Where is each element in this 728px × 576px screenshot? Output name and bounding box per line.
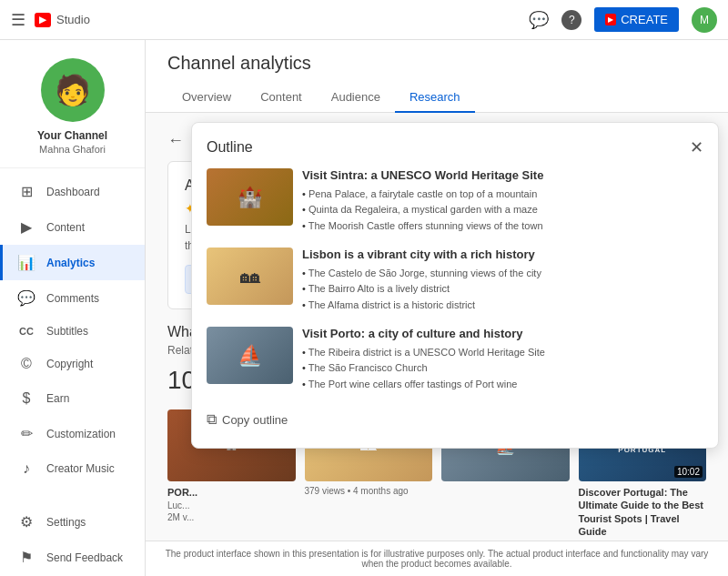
tab-overview[interactable]: Overview <box>167 83 246 113</box>
sidebar-item-settings-label: Settings <box>46 516 86 529</box>
hamburger-icon[interactable]: ☰ <box>11 10 25 30</box>
footer: The product interface shown in this pres… <box>146 541 728 576</box>
copyright-icon: © <box>17 356 35 372</box>
create-button[interactable]: ▶ CREATE <box>594 7 679 32</box>
page-title: Channel analytics <box>167 53 706 74</box>
sidebar-item-copyright[interactable]: © Copyright <box>0 347 145 381</box>
outline-bullet: The Alfama district is a historic distri… <box>302 298 703 312</box>
comment-icon[interactable]: 💬 <box>529 10 549 30</box>
sidebar-item-analytics-label: Analytics <box>46 257 95 269</box>
outline-bullets-3: The Ribeira district is a UNESCO World H… <box>302 346 703 391</box>
sidebar-item-earn-label: Earn <box>46 392 69 405</box>
video-meta-4: 390 views • 3 months ago <box>579 540 707 541</box>
outline-title: Outline <box>207 139 253 156</box>
outline-bullet: Quinta da Regaleira, a mystical garden w… <box>302 203 703 217</box>
outline-bullet: The Moorish Castle offers stunning views… <box>302 219 703 233</box>
avatar[interactable]: M <box>692 7 717 33</box>
video-title-4: Discover Portugal: The Ultimate Guide to… <box>579 486 707 538</box>
footer-text: The product interface shown in this pres… <box>166 549 709 569</box>
video-meta-1: 2M v... <box>167 512 296 522</box>
feedback-icon: ⚑ <box>17 549 35 566</box>
sidebar-item-feedback[interactable]: ⚑ Send Feedback <box>0 540 145 575</box>
main-content: Channel analytics Overview Content Audie… <box>146 40 728 576</box>
tab-audience[interactable]: Audience <box>317 83 395 113</box>
sidebar-item-subtitles[interactable]: CC Subtitles <box>0 316 145 347</box>
sidebar-item-customization[interactable]: ✏ Customization <box>0 416 145 451</box>
top-nav-right: 💬 ? ▶ CREATE M <box>529 7 717 33</box>
sidebar-item-feedback-label: Send Feedback <box>46 551 123 564</box>
outline-bullet: The Port wine cellars offer tastings of … <box>302 378 703 391</box>
sidebar-item-content-label: Content <box>46 221 85 234</box>
sidebar-item-customization-label: Customization <box>46 428 116 440</box>
outline-bullets-1: Pena Palace, a fairytale castle on top o… <box>302 187 703 233</box>
outline-thumb-1: 🏰 <box>207 168 293 226</box>
yt-studio-text: Studio <box>56 13 90 26</box>
tab-content[interactable]: Content <box>246 83 317 113</box>
app-container: ☰ ▶ Studio 💬 ? ▶ CREATE M 🧑 <box>0 0 728 576</box>
video-info-2: 379 views • 4 months ago <box>305 486 433 496</box>
avatar-initials: M <box>700 14 709 26</box>
content-area: ← A journey through Portugal's rich hist… <box>146 113 728 541</box>
sidebar-item-creator-music-label: Creator Music <box>46 462 115 475</box>
close-button[interactable]: ✕ <box>690 137 703 157</box>
content-icon: ▶ <box>17 218 35 236</box>
earn-icon: $ <box>17 390 35 407</box>
outline-section-title-3: Visit Porto: a city of culture and histo… <box>302 327 703 342</box>
sidebar-item-dashboard[interactable]: ⊞ Dashboard <box>0 174 145 209</box>
outline-bullet: The Ribeira district is a UNESCO World H… <box>302 346 703 359</box>
sidebar-item-dashboard-label: Dashboard <box>46 186 100 198</box>
video-meta-2: 379 views • 4 months ago <box>305 486 433 496</box>
dashboard-icon: ⊞ <box>17 183 35 200</box>
video-channel-1: Luc... <box>167 500 296 510</box>
sidebar-profile: 🧑 Your Channel Mahna Ghafori <box>0 40 145 168</box>
outline-overlay: Outline ✕ 🏰 Visit Sintra: a UNESCO World… <box>191 122 719 449</box>
sidebar-item-earn[interactable]: $ Earn <box>0 381 145 416</box>
analytics-icon: 📊 <box>17 254 35 271</box>
creator-music-icon: ♪ <box>17 460 35 477</box>
copy-label: Copy outline <box>222 413 288 427</box>
sidebar-item-content[interactable]: ▶ Content <box>0 209 145 245</box>
settings-icon: ⚙ <box>17 513 35 531</box>
sidebar-item-comments-label: Comments <box>46 292 99 305</box>
page-header: Channel analytics Overview Content Audie… <box>146 40 728 113</box>
sidebar-bottom: ⚙ Settings ⚑ Send Feedback <box>0 499 145 576</box>
outline-section-title-1: Visit Sintra: a UNESCO World Heritage Si… <box>302 168 703 184</box>
outline-content-3: Visit Porto: a city of culture and histo… <box>302 327 703 393</box>
yt-logo[interactable]: ▶ Studio <box>35 13 90 27</box>
sidebar-profile-name: Mahna Ghafori <box>39 144 106 155</box>
sidebar-item-analytics[interactable]: 📊 Analytics <box>0 245 145 280</box>
back-button[interactable]: ← <box>167 131 184 150</box>
outline-section-2: 🏘 Lisbon is a vibrant city with a rich h… <box>207 248 703 314</box>
video-info-1: POR... Luc... 2M v... <box>167 486 296 522</box>
outline-bullet: The Bairro Alto is a lively district <box>302 282 703 296</box>
sidebar-channel-label: Your Channel <box>37 129 107 142</box>
customization-icon: ✏ <box>17 425 35 442</box>
outline-content-2: Lisbon is a vibrant city with a rich his… <box>302 248 703 314</box>
copy-icon: ⧉ <box>207 411 217 428</box>
create-btn-icon: ▶ <box>605 14 616 25</box>
outline-thumb-2: 🏘 <box>207 248 293 305</box>
outline-bullet: The Castelo de São Jorge, stunning views… <box>302 267 703 280</box>
video-title-1: POR... <box>167 486 296 499</box>
copy-outline-button[interactable]: ⧉ Copy outline <box>207 406 288 433</box>
comments-icon: 💬 <box>17 289 35 307</box>
page-tabs: Overview Content Audience Research <box>167 83 706 112</box>
help-icon[interactable]: ? <box>561 10 581 30</box>
profile-avatar[interactable]: 🧑 <box>41 58 105 122</box>
top-nav: ☰ ▶ Studio 💬 ? ▶ CREATE M <box>0 0 728 40</box>
sidebar-item-comments[interactable]: 💬 Comments <box>0 280 145 316</box>
video-duration-4: 10:02 <box>674 466 703 478</box>
subtitles-icon: CC <box>17 326 35 337</box>
tab-research[interactable]: Research <box>395 83 475 113</box>
outline-header: Outline ✕ <box>207 137 703 157</box>
outline-bullet: The São Francisco Church <box>302 361 703 375</box>
outline-section-title-2: Lisbon is a vibrant city with a rich his… <box>302 248 703 263</box>
yt-logo-icon: ▶ <box>35 13 51 27</box>
sidebar-nav: ⊞ Dashboard ▶ Content 📊 Analytics 💬 Comm… <box>0 168 145 491</box>
sidebar-item-settings[interactable]: ⚙ Settings <box>0 504 145 540</box>
outline-bullets-2: The Castelo de São Jorge, stunning views… <box>302 267 703 312</box>
body-container: 🧑 Your Channel Mahna Ghafori ⊞ Dashboard… <box>0 40 728 576</box>
sidebar-item-copyright-label: Copyright <box>46 358 93 370</box>
top-nav-left: ☰ ▶ Studio <box>11 10 90 30</box>
sidebar-item-creator-music[interactable]: ♪ Creator Music <box>0 451 145 486</box>
